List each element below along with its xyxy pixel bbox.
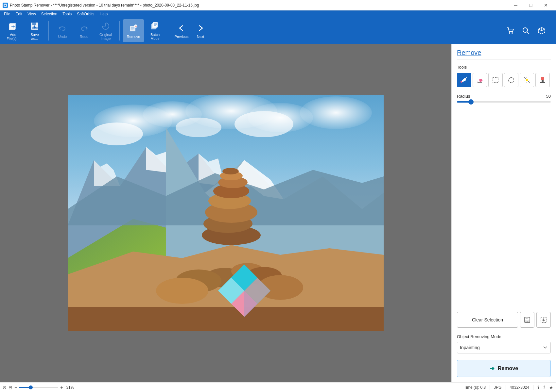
remove-button-toolbar[interactable]: Remove (123, 19, 144, 42)
radius-slider-track[interactable] (457, 101, 551, 103)
toolbar-right-icons (504, 24, 553, 37)
add-files-icon (8, 21, 18, 31)
remove-icon (128, 23, 139, 33)
info-icon[interactable]: ℹ (537, 385, 539, 390)
svg-point-33 (235, 111, 293, 137)
menu-help[interactable]: Help (97, 11, 111, 17)
search-icon-button[interactable] (519, 24, 532, 37)
time-status: Time (s): 0.3 (464, 385, 486, 390)
lasso-select-button[interactable] (504, 73, 518, 87)
radius-slider-container: Radius 50 (457, 94, 551, 103)
svg-point-32 (176, 118, 221, 137)
zoom-in-icon[interactable]: + (60, 385, 63, 390)
zoom-fit-icon[interactable]: ⊙ (3, 385, 7, 390)
add-files-label: AddFile(s)... (7, 33, 20, 41)
svg-point-23 (523, 28, 528, 32)
clear-selection-row: Clear Selection (457, 312, 551, 328)
share-icon[interactable]: ⤴ (543, 385, 545, 390)
svg-rect-81 (540, 82, 545, 83)
cart-icon-button[interactable] (504, 24, 517, 37)
svg-rect-72 (493, 77, 498, 83)
menu-edit[interactable]: Edit (13, 11, 25, 17)
svg-line-78 (528, 81, 530, 83)
panel-title: Remove (457, 49, 551, 59)
zoom-frame-icon[interactable]: ⊟ (9, 385, 12, 390)
next-button[interactable]: Next (191, 19, 210, 42)
photo-canvas[interactable]: 2020 / 09 / 03 (68, 95, 384, 331)
remove-toolbar-label: Remove (127, 35, 140, 39)
panel-spacer (457, 110, 551, 312)
zoom-slider[interactable] (19, 387, 58, 388)
status-left: ⊙ ⊟ − + 31% (3, 385, 74, 390)
svg-point-21 (509, 32, 510, 34)
svg-line-77 (524, 77, 526, 79)
remove-action-button[interactable]: ➜ Remove (457, 360, 551, 377)
close-button[interactable]: ✕ (538, 0, 553, 10)
cube-icon-button[interactable] (535, 24, 548, 37)
slider-thumb[interactable] (468, 99, 474, 105)
undo-label: Undo (58, 35, 67, 39)
next-icon (195, 23, 206, 33)
title-bar-left: Photo Stamp Remover - ****Unregistered v… (3, 3, 199, 8)
svg-point-56 (222, 168, 239, 174)
format-status: JPG (494, 385, 501, 390)
minimize-button[interactable]: ─ (508, 0, 523, 10)
star-icon[interactable]: ★ (549, 385, 553, 390)
toolbar: AddFile(s)... Saveas... (0, 18, 556, 44)
menu-selection[interactable]: Selection (39, 11, 60, 17)
batch-mode-label: BatchMode (150, 33, 160, 41)
maximize-button[interactable]: □ (523, 0, 538, 10)
svg-point-68 (460, 81, 462, 83)
status-right: Time (s): 0.3 JPG 4032x3024 ℹ ⤴ ★ (464, 385, 553, 390)
magic-wand-button[interactable] (520, 73, 534, 87)
batch-mode-button[interactable]: BatchMode (145, 19, 165, 42)
svg-rect-84 (526, 317, 528, 319)
status-divider-1 (490, 385, 490, 390)
eraser-tool-button[interactable] (473, 73, 487, 87)
zoom-out-icon[interactable]: − (14, 385, 17, 390)
redo-label: Redo (80, 35, 88, 39)
mode-select-row: Inpainting Background Fill Content Aware (457, 342, 551, 353)
mode-label: Object Removing Mode (457, 334, 551, 339)
save-as-button[interactable]: Saveas... (24, 19, 45, 42)
original-image-label: OriginalImage (99, 33, 112, 41)
title-bar-controls: ─ □ ✕ (508, 0, 553, 10)
history-group: Undo Redo OriginalImage (52, 19, 116, 42)
menu-view[interactable]: View (25, 11, 39, 17)
original-image-button[interactable]: OriginalImage (95, 19, 116, 42)
file-group: AddFile(s)... Saveas... (3, 19, 45, 42)
radius-value: 50 (546, 94, 551, 99)
status-divider-3 (533, 385, 533, 390)
redo-button[interactable]: Redo (74, 19, 95, 42)
remove-arrow-icon: ➜ (490, 365, 495, 372)
action-group: Remove BatchMode (123, 19, 165, 42)
zoom-thumb[interactable] (29, 385, 33, 389)
menu-file[interactable]: File (1, 11, 13, 17)
previous-button[interactable]: Previous (172, 19, 191, 42)
sep-1 (48, 21, 49, 41)
svg-point-47 (156, 278, 208, 304)
brush-tool-button[interactable] (457, 73, 471, 87)
svg-point-79 (526, 79, 528, 81)
mode-select[interactable]: Inpainting Background Fill Content Aware (457, 342, 551, 353)
app-icon (3, 3, 8, 8)
load-selection-button[interactable] (536, 312, 551, 328)
zoom-value: 31% (66, 385, 74, 390)
original-image-icon (100, 21, 111, 31)
clear-selection-button[interactable]: Clear Selection (457, 312, 518, 328)
save-selection-button[interactable] (520, 312, 534, 328)
stamp-tool-button[interactable] (535, 73, 550, 87)
undo-button[interactable]: Undo (52, 19, 73, 42)
svg-line-24 (527, 32, 529, 34)
menu-tools[interactable]: Tools (60, 11, 74, 17)
menu-softorbits[interactable]: SoftOrbits (74, 11, 97, 17)
previous-label: Previous (175, 35, 189, 39)
rect-select-button[interactable] (488, 73, 503, 87)
menu-bar: File Edit View Selection Tools SoftOrbit… (0, 10, 556, 18)
dimensions-status: 4032x3024 (510, 385, 529, 390)
add-files-button[interactable]: AddFile(s)... (3, 19, 24, 42)
previous-icon (176, 23, 187, 33)
svg-line-67 (465, 77, 467, 79)
svg-point-31 (91, 122, 143, 145)
tools-row (457, 73, 551, 87)
